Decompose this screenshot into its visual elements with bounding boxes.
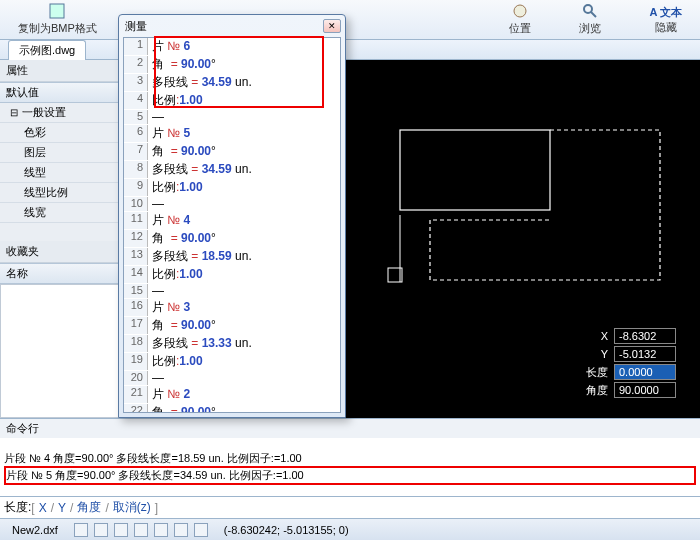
line-text: 片 № 4	[148, 212, 190, 229]
line-number: 4	[124, 92, 148, 109]
command-log: 片段 № 4 角度=90.00° 多段线长度=18.59 un. 比例因子:=1…	[0, 438, 700, 496]
line-number: 20	[124, 371, 148, 385]
prop-row[interactable]: 线型	[0, 163, 119, 183]
command-title: 命令行	[0, 419, 700, 438]
length-label: 长度:	[4, 499, 31, 516]
line-text: —	[148, 371, 164, 385]
link-y[interactable]: Y	[54, 501, 70, 515]
line-text: 比例:1.00	[148, 179, 203, 196]
line-text: 片 № 5	[148, 125, 190, 142]
link-cancel[interactable]: 取消(z)	[109, 499, 155, 516]
command-area: 命令行 片段 № 4 角度=90.00° 多段线长度=18.59 un. 比例因…	[0, 418, 700, 518]
line-number: 22	[124, 404, 148, 413]
measure-line: 8多段线 = 34.59 un.	[124, 161, 340, 179]
status-filename: New2.dxf	[6, 524, 64, 536]
line-text: 比例:1.00	[148, 353, 203, 370]
measure-title: 测量	[123, 19, 323, 34]
command-log-line-highlight: 片段 № 5 角度=90.00° 多段线长度=34.59 un. 比例因子:=1…	[4, 466, 696, 485]
status-icon[interactable]	[94, 523, 108, 537]
line-number: 12	[124, 230, 148, 247]
line-text: 角 = 90.00°	[148, 143, 216, 160]
sidebar: 属性 默认值 一般设置 色彩 图层 线型 线型比例 线宽 收藏夹 名称	[0, 60, 120, 418]
prop-row[interactable]: 图层	[0, 143, 119, 163]
coord-x-value[interactable]: -8.6302	[614, 328, 676, 344]
command-log-line: 片段 № 4 角度=90.00° 多段线长度=18.59 un. 比例因子:=1…	[4, 451, 696, 466]
prop-row[interactable]: 线宽	[0, 203, 119, 223]
coord-y-value[interactable]: -5.0132	[614, 346, 676, 362]
coordinate-panel: X -8.6302 Y -5.0132 长度 0.0000 角度 90.0000	[580, 328, 676, 400]
prop-row[interactable]: 色彩	[0, 123, 119, 143]
measure-line: 19比例:1.00	[124, 353, 340, 371]
measure-line: 5—	[124, 110, 340, 125]
browse-button[interactable]: 浏览	[569, 1, 611, 38]
line-number: 8	[124, 161, 148, 178]
measure-line: 13多段线 = 18.59 un.	[124, 248, 340, 266]
line-text: 角 = 90.00°	[148, 404, 216, 413]
line-text: 比例:1.00	[148, 266, 203, 283]
line-number: 2	[124, 56, 148, 73]
text-hide-button[interactable]: A 文本 隐藏	[639, 3, 692, 37]
measure-line: 20—	[124, 371, 340, 386]
coord-len-value[interactable]: 0.0000	[614, 364, 676, 380]
copy-bmp-icon	[49, 3, 65, 19]
line-number: 9	[124, 179, 148, 196]
general-settings-head[interactable]: 一般设置	[0, 103, 119, 123]
line-number: 6	[124, 125, 148, 142]
status-icon[interactable]	[114, 523, 128, 537]
coord-row-ang: 角度 90.0000	[580, 382, 676, 398]
property-list: 一般设置 色彩 图层 线型 线型比例 线宽	[0, 103, 119, 223]
coord-row-y: Y -5.0132	[580, 346, 676, 362]
coord-ang-label: 角度	[580, 383, 608, 398]
coord-y-label: Y	[580, 348, 608, 360]
ribbon: 复制为BMP格式 位置 浏览 A 文本 隐藏	[0, 0, 700, 40]
attributes-title: 属性	[0, 60, 119, 82]
measure-line: 21片 № 2	[124, 386, 340, 404]
coord-x-label: X	[580, 330, 608, 342]
coord-row-x: X -8.6302	[580, 328, 676, 344]
status-icon[interactable]	[194, 523, 208, 537]
measure-line: 12角 = 90.00°	[124, 230, 340, 248]
measure-line: 16片 № 3	[124, 299, 340, 317]
measure-line: 22角 = 90.00°	[124, 404, 340, 413]
link-angle[interactable]: 角度	[73, 499, 105, 516]
position-button[interactable]: 位置	[499, 1, 541, 38]
line-text: 角 = 90.00°	[148, 230, 216, 247]
favorites-title: 收藏夹	[0, 241, 119, 263]
measure-line: 17角 = 90.00°	[124, 317, 340, 335]
svg-rect-4	[400, 130, 550, 210]
close-icon[interactable]: ✕	[323, 19, 341, 33]
line-number: 10	[124, 197, 148, 211]
line-text: 多段线 = 34.59 un.	[148, 161, 252, 178]
line-number: 18	[124, 335, 148, 352]
browse-icon	[582, 3, 598, 19]
status-icon[interactable]	[174, 523, 188, 537]
text-icon: A 文本	[649, 5, 682, 20]
main-area: 属性 默认值 一般设置 色彩 图层 线型 线型比例 线宽 收藏夹 名称 X	[0, 60, 700, 418]
status-icon[interactable]	[74, 523, 88, 537]
line-text: 角 = 90.00°	[148, 317, 216, 334]
line-number: 15	[124, 284, 148, 298]
line-number: 19	[124, 353, 148, 370]
line-text: 片 № 3	[148, 299, 190, 316]
name-title[interactable]: 名称	[0, 263, 119, 284]
line-number: 5	[124, 110, 148, 124]
coord-ang-value[interactable]: 90.0000	[614, 382, 676, 398]
tab-active[interactable]: 示例图.dwg	[8, 40, 86, 60]
status-icon[interactable]	[154, 523, 168, 537]
line-number: 7	[124, 143, 148, 160]
measure-titlebar[interactable]: 测量 ✕	[119, 15, 345, 37]
measure-line: 15—	[124, 284, 340, 299]
svg-rect-0	[50, 4, 64, 18]
default-title[interactable]: 默认值	[0, 82, 119, 103]
status-icon[interactable]	[134, 523, 148, 537]
copy-bmp-button[interactable]: 复制为BMP格式	[8, 1, 107, 38]
document-tabs: 示例图.dwg	[0, 40, 700, 60]
svg-point-2	[584, 5, 592, 13]
link-x[interactable]: X	[35, 501, 51, 515]
prop-row[interactable]: 线型比例	[0, 183, 119, 203]
measure-line: 6片 № 5	[124, 125, 340, 143]
measure-line: 11片 № 4	[124, 212, 340, 230]
line-text: 多段线 = 18.59 un.	[148, 248, 252, 265]
status-coordinates: (-8.630242; -5.013155; 0)	[218, 524, 355, 536]
coord-row-len: 长度 0.0000	[580, 364, 676, 380]
